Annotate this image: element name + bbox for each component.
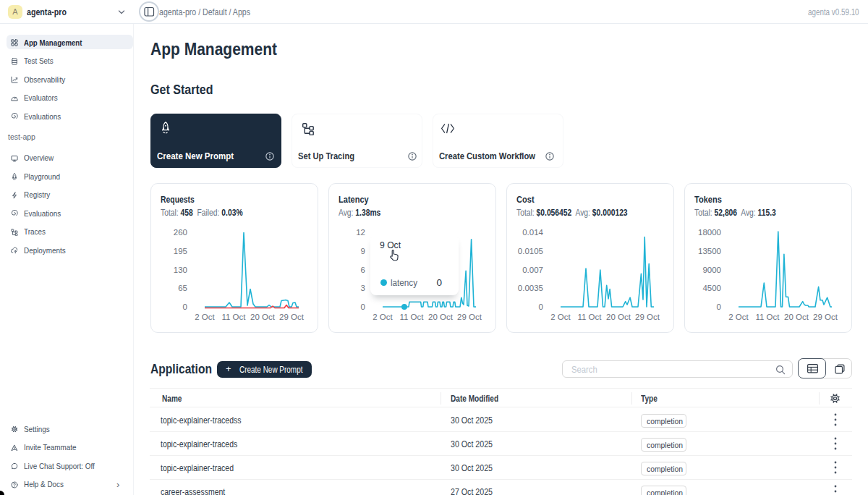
- svg-text:29 Oct: 29 Oct: [279, 313, 305, 321]
- svg-text:2 Oct: 2 Oct: [373, 313, 393, 321]
- svg-text:18000: 18000: [698, 228, 721, 237]
- svg-text:0: 0: [183, 302, 187, 311]
- svg-text:13500: 13500: [698, 247, 721, 255]
- svg-text:195: 195: [174, 247, 187, 255]
- svg-text:29 Oct: 29 Oct: [457, 313, 482, 321]
- svg-text:65: 65: [178, 284, 187, 292]
- svg-text:3: 3: [361, 284, 365, 292]
- svg-text:20 Oct: 20 Oct: [606, 313, 631, 321]
- svg-text:0: 0: [717, 302, 721, 311]
- svg-text:29 Oct: 29 Oct: [813, 313, 838, 321]
- svg-text:20 Oct: 20 Oct: [784, 313, 809, 321]
- svg-text:0: 0: [539, 302, 543, 311]
- svg-text:6: 6: [361, 266, 365, 274]
- svg-text:9: 9: [361, 247, 365, 255]
- svg-text:260: 260: [174, 228, 187, 237]
- svg-text:12: 12: [356, 228, 365, 237]
- svg-text:11 Oct: 11 Oct: [399, 313, 424, 321]
- svg-text:0.0035: 0.0035: [518, 284, 543, 292]
- svg-text:20 Oct: 20 Oct: [428, 313, 454, 321]
- svg-text:0.0105: 0.0105: [518, 247, 543, 255]
- svg-text:0.007: 0.007: [522, 266, 543, 274]
- svg-text:0: 0: [361, 302, 365, 311]
- svg-text:2 Oct: 2 Oct: [550, 313, 571, 321]
- svg-text:0.014: 0.014: [522, 228, 543, 237]
- svg-text:29 Oct: 29 Oct: [635, 313, 660, 321]
- svg-text:11 Oct: 11 Oct: [755, 313, 780, 321]
- svg-text:20 Oct: 20 Oct: [250, 313, 276, 321]
- svg-text:2 Oct: 2 Oct: [195, 313, 215, 321]
- svg-text:9000: 9000: [702, 266, 721, 274]
- svg-text:11 Oct: 11 Oct: [577, 313, 602, 321]
- svg-text:2 Oct: 2 Oct: [728, 313, 749, 321]
- svg-text:130: 130: [174, 266, 187, 274]
- svg-text:4500: 4500: [702, 284, 721, 292]
- svg-text:11 Oct: 11 Oct: [221, 313, 246, 321]
